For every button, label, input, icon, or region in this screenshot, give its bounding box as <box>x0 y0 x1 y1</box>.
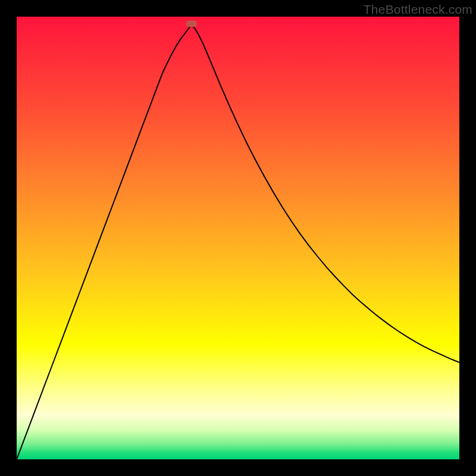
plot-area <box>17 17 459 459</box>
watermark-text: TheBottleneck.com <box>364 2 472 17</box>
gradient-background <box>17 17 459 459</box>
optimum-marker <box>186 20 197 27</box>
outer-frame: TheBottleneck.com <box>0 0 476 476</box>
chart-svg <box>17 17 459 459</box>
